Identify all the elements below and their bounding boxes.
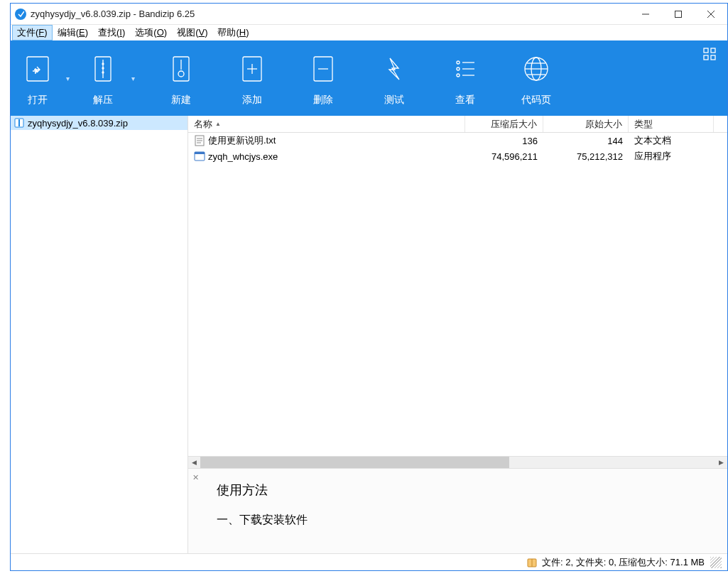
menu-bar: 文件(F) 编辑(E) 查找(I) 选项(O) 视图(V) 帮助(H) bbox=[11, 25, 727, 40]
add-icon bbox=[237, 54, 267, 86]
preview-close-icon[interactable]: ✕ bbox=[192, 473, 199, 482]
svg-rect-40 bbox=[195, 152, 205, 154]
file-name: 使用更新说明.txt bbox=[208, 134, 276, 147]
toolbar-delete[interactable]: 删除 bbox=[288, 40, 359, 116]
exe-file-icon bbox=[194, 151, 205, 162]
body: zyqhysydjy_v6.8.039.zip 名称▲ 压缩后大小 原始大小 类… bbox=[11, 116, 727, 553]
toolbar-add[interactable]: 添加 bbox=[217, 40, 288, 116]
toolbar-new[interactable]: 新建 bbox=[146, 40, 217, 116]
toolbar-codepage[interactable]: 代码页 bbox=[501, 40, 572, 116]
codepage-icon bbox=[521, 54, 551, 86]
svg-rect-31 bbox=[704, 55, 708, 60]
preview-panel: ✕ 使用方法 一、下载安装软件 bbox=[188, 468, 727, 553]
close-button[interactable] bbox=[695, 4, 727, 25]
file-list: 使用更新说明.txt 136 144 文本文档 zyqh_whcjys.exe … bbox=[188, 133, 727, 456]
file-name: zyqh_whcjys.exe bbox=[208, 151, 278, 162]
toolbar-new-label: 新建 bbox=[171, 94, 191, 107]
test-icon bbox=[379, 54, 409, 86]
toolbar-open[interactable]: 打开 bbox=[18, 50, 58, 107]
extract-icon bbox=[88, 54, 118, 86]
zip-icon bbox=[13, 117, 25, 129]
status-text: 文件: 2, 文件夹: 0, 压缩包大小: 71.1 MB bbox=[542, 556, 705, 569]
toolbar-extract-dropdown[interactable]: ▾ bbox=[123, 57, 143, 99]
toolbar-config[interactable] bbox=[703, 48, 716, 63]
toolbar-open-dropdown[interactable]: ▾ bbox=[58, 57, 77, 99]
file-original: 144 bbox=[543, 136, 629, 146]
toolbar-open-label: 打开 bbox=[28, 94, 48, 107]
toolbar-add-label: 添加 bbox=[242, 94, 262, 107]
file-type: 应用程序 bbox=[629, 150, 714, 163]
svg-rect-34 bbox=[18, 119, 20, 126]
column-name[interactable]: 名称▲ bbox=[188, 116, 465, 132]
column-type[interactable]: 类型 bbox=[629, 116, 714, 132]
svg-point-22 bbox=[457, 74, 460, 77]
preview-heading2: 一、下载安装软件 bbox=[217, 513, 707, 528]
toolbar-extract[interactable]: 解压 bbox=[83, 50, 123, 107]
file-original: 75,212,312 bbox=[543, 151, 629, 162]
list-header: 名称▲ 压缩后大小 原始大小 类型 bbox=[188, 116, 727, 133]
list-item[interactable]: 使用更新说明.txt 136 144 文本文档 bbox=[188, 133, 727, 148]
svg-rect-29 bbox=[704, 48, 708, 53]
resize-grip[interactable] bbox=[710, 557, 722, 568]
toolbar: 打开 ▾ 解压 ▾ 新建 添加 删除 测试 bbox=[11, 40, 727, 116]
app-icon bbox=[15, 9, 26, 20]
list-item[interactable]: zyqh_whcjys.exe 74,596,211 75,212,312 应用… bbox=[188, 148, 727, 164]
view-icon bbox=[450, 54, 480, 86]
horizontal-scrollbar[interactable]: ◀ ▶ bbox=[188, 456, 727, 468]
toolbar-test[interactable]: 测试 bbox=[359, 40, 430, 116]
column-original[interactable]: 原始大小 bbox=[543, 116, 629, 132]
toolbar-delete-label: 删除 bbox=[313, 94, 333, 107]
column-compressed[interactable]: 压缩后大小 bbox=[465, 116, 543, 132]
scroll-left-arrow[interactable]: ◀ bbox=[188, 457, 200, 469]
status-bar: 文件: 2, 文件夹: 0, 压缩包大小: 71.1 MB bbox=[11, 553, 727, 570]
menu-find[interactable]: 查找(I) bbox=[93, 25, 130, 40]
scroll-thumb[interactable] bbox=[200, 457, 509, 469]
archive-icon bbox=[526, 557, 538, 568]
menu-edit[interactable]: 编辑(E) bbox=[53, 25, 93, 40]
menu-view[interactable]: 视图(V) bbox=[172, 25, 212, 40]
svg-point-12 bbox=[178, 71, 184, 77]
menu-file[interactable]: 文件(F) bbox=[12, 25, 53, 40]
toolbar-view-label: 查看 bbox=[455, 94, 475, 107]
menu-help[interactable]: 帮助(H) bbox=[212, 25, 254, 40]
preview-heading1: 使用方法 bbox=[217, 482, 707, 499]
svg-rect-30 bbox=[711, 48, 715, 53]
open-icon bbox=[23, 54, 53, 86]
minimize-button[interactable] bbox=[629, 4, 662, 25]
svg-rect-4 bbox=[27, 57, 48, 81]
tree-root-label: zyqhysydjy_v6.8.039.zip bbox=[28, 118, 128, 129]
scroll-right-arrow[interactable]: ▶ bbox=[715, 457, 727, 469]
toolbar-extract-label: 解压 bbox=[93, 94, 113, 107]
tree-root-item[interactable]: zyqhysydjy_v6.8.039.zip bbox=[11, 116, 188, 130]
right-pane: 名称▲ 压缩后大小 原始大小 类型 使用更新说明.txt 136 144 文本文… bbox=[188, 116, 727, 553]
file-compressed: 136 bbox=[465, 136, 543, 146]
svg-rect-32 bbox=[711, 55, 715, 60]
txt-file-icon bbox=[194, 135, 205, 146]
window-title: zyqhysydjy_v6.8.039.zip - Bandizip 6.25 bbox=[31, 9, 195, 19]
menu-options[interactable]: 选项(O) bbox=[130, 25, 172, 40]
maximize-button[interactable] bbox=[662, 4, 695, 25]
title-bar: zyqhysydjy_v6.8.039.zip - Bandizip 6.25 bbox=[11, 4, 727, 25]
sort-asc-icon: ▲ bbox=[215, 121, 221, 127]
file-compressed: 74,596,211 bbox=[465, 151, 543, 162]
toolbar-test-label: 测试 bbox=[384, 94, 404, 107]
tree-panel: zyqhysydjy_v6.8.039.zip bbox=[11, 116, 188, 553]
file-type: 文本文档 bbox=[629, 134, 714, 147]
scroll-track[interactable] bbox=[200, 457, 715, 469]
toolbar-view[interactable]: 查看 bbox=[430, 40, 501, 116]
svg-rect-1 bbox=[675, 11, 682, 17]
svg-point-20 bbox=[457, 67, 460, 70]
svg-point-18 bbox=[457, 61, 460, 64]
new-icon bbox=[166, 54, 196, 86]
toolbar-codepage-label: 代码页 bbox=[521, 94, 551, 107]
background-artifacts-left bbox=[0, 0, 10, 576]
delete-icon bbox=[308, 54, 338, 86]
app-window: zyqhysydjy_v6.8.039.zip - Bandizip 6.25 … bbox=[10, 3, 728, 571]
